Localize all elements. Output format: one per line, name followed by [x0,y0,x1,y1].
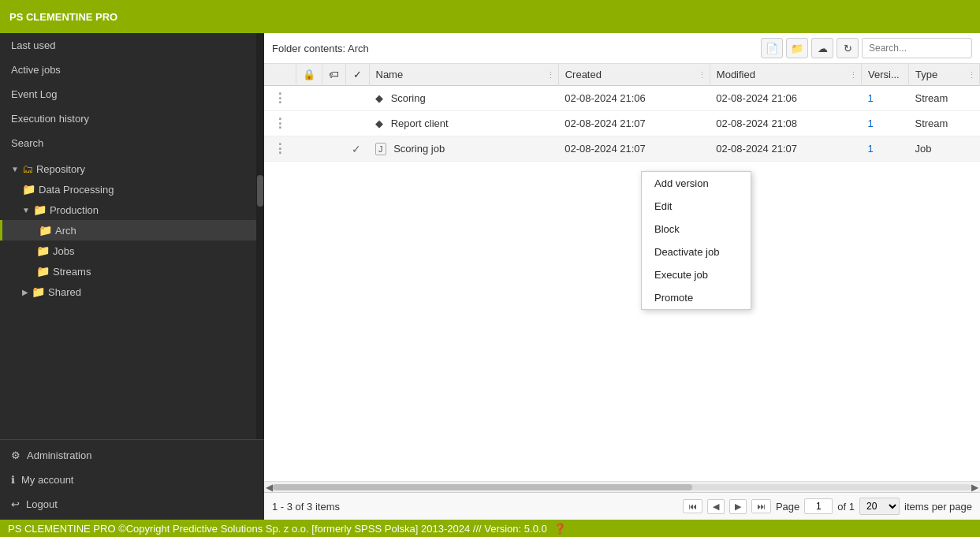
row-type-scoring: Stream [909,86,980,111]
table-area: 🔒 🏷 ✓ Name ⋮ Created [264,64,980,481]
event-log-label: Event Log [11,88,58,100]
refresh-button[interactable]: ↻ [837,38,859,58]
tree-item-arch[interactable]: 📁 Arch [0,220,256,241]
sidebar-scrollbar[interactable] [256,33,264,439]
data-processing-label: Data Processing [39,184,114,196]
row-menu-btn-scoring-job[interactable]: ⋮ [270,142,289,155]
row-menu-btn-scoring[interactable]: ⋮ [270,91,289,105]
page-input[interactable] [804,498,833,514]
tree-item-repository[interactable]: ▼ 🗂 Repository [0,158,256,179]
shared-folder-icon: 📁 [32,285,45,298]
row-menu-btn-report-client[interactable]: ⋮ [270,117,289,130]
production-label: Production [50,204,99,216]
prev-page-button[interactable]: ◀ [707,499,725,514]
repository-label: Repository [36,163,85,175]
row-name-scoring: ◆ Scoring [369,86,558,111]
upload-button[interactable]: ☁ [811,38,833,58]
scroll-left-btn[interactable]: ◀ [266,482,273,493]
content-toolbar: Folder contents: Arch 📄 📁 ☁ ↻ [264,33,980,64]
diamond-icon: ◆ [375,117,383,129]
search-input[interactable] [862,38,972,58]
check-icon: ✓ [353,69,362,80]
help-icon[interactable]: ❓ [553,523,566,535]
row-created-report-client: 02-08-2024 21:07 [558,111,710,136]
sidebar-item-search[interactable]: Search [0,131,256,155]
last-used-label: Last used [11,39,55,51]
tree-item-shared[interactable]: ▶ 📁 Shared [0,282,256,302]
tree-item-data-processing[interactable]: 📁 Data Processing [0,179,256,200]
col-type-menu-icon[interactable]: ⋮ [967,69,976,80]
new-folder-button[interactable]: 📁 [786,38,808,58]
row-created-scoring-job: 02-08-2024 21:07 [558,136,710,162]
data-processing-folder-icon: 📁 [22,183,35,196]
context-menu-deactivate-job[interactable]: Deactivate job [642,241,751,263]
page-label: Page [776,501,799,513]
row-modified-report-client: 02-08-2024 21:08 [710,111,861,136]
table-header-row: 🔒 🏷 ✓ Name ⋮ Created [264,64,980,86]
app-header: PS CLEMENTINE PRO [0,0,980,33]
sidebar-nav: Last used Active jobs Event Log Executio… [0,33,256,439]
scroll-right-btn[interactable]: ▶ [971,482,978,493]
context-menu-promote[interactable]: Promote [642,286,751,309]
col-modified: Modified ⋮ [710,64,861,86]
sidebar-item-administration[interactable]: ⚙ Administration [0,443,264,468]
app-title: PS CLEMENTINE PRO [9,11,117,23]
arch-label: Arch [55,225,76,237]
tree-item-production[interactable]: ▼ 📁 Production [0,200,256,220]
version-link-report-client[interactable]: 1 [868,117,874,129]
info-icon: ℹ [11,474,15,486]
last-page-button[interactable]: ⏭ [751,499,771,513]
new-file-button[interactable]: 📄 [761,38,783,58]
sidebar-item-last-used[interactable]: Last used [0,33,256,58]
col-check: ✓ [345,64,369,86]
col-modified-label: Modified [717,69,755,80]
col-type: Type ⋮ [909,64,980,86]
col-modified-menu-icon[interactable]: ⋮ [849,69,858,80]
arch-folder-icon: 📁 [39,224,52,237]
sidebar-item-my-account[interactable]: ℹ My account [0,468,264,492]
sidebar-item-active-jobs[interactable]: Active jobs [0,58,256,82]
sidebar-item-logout[interactable]: ↩ Logout [0,492,264,516]
upload-icon: ☁ [818,43,828,54]
new-folder-icon: 📁 [791,43,803,54]
tree-item-jobs[interactable]: 📁 Jobs [0,241,256,261]
sidebar-item-event-log[interactable]: Event Log [0,82,256,106]
context-menu: Add version Edit Block Deactivate job Ex… [641,171,751,310]
table-row: ⋮ ◆ Report client 02-08-2024 21:07 02-08… [264,111,980,136]
execution-history-label: Execution history [11,113,89,125]
context-menu-execute-job[interactable]: Execute job [642,263,751,286]
row-modified-scoring: 02-08-2024 21:06 [710,86,861,111]
col-name-menu-icon[interactable]: ⋮ [546,69,555,80]
administration-label: Administration [27,449,91,461]
repository-folder-icon: 🗂 [22,162,33,175]
pagination-summary: 1 - 3 of 3 items [272,501,340,513]
table-row: ⋮ ◆ Scoring 02-08-2024 21:06 02-08-2024 … [264,86,980,111]
repository-chevron-down: ▼ [11,165,19,173]
context-menu-block[interactable]: Block [642,218,751,241]
row-created-scoring: 02-08-2024 21:06 [558,86,710,111]
version-link-scoring-job[interactable]: 1 [868,143,874,155]
next-page-button[interactable]: ▶ [729,499,747,514]
col-name: Name ⋮ [369,64,558,86]
scroll-thumb [273,484,692,490]
col-name-label: Name [376,69,404,80]
first-page-button[interactable]: ⏮ [683,499,702,513]
jobs-folder-icon: 📁 [36,244,50,257]
context-menu-add-version[interactable]: Add version [642,172,751,195]
col-created-menu-icon[interactable]: ⋮ [698,69,706,80]
content-area: Folder contents: Arch 📄 📁 ☁ ↻ [264,33,980,520]
sidebar-scroll-thumb [257,175,263,207]
production-chevron-down: ▼ [22,206,30,214]
sidebar-item-execution-history[interactable]: Execution history [0,106,256,131]
sidebar-bottom: ⚙ Administration ℹ My account ↩ Logout [0,439,264,520]
scroll-track[interactable] [273,484,971,490]
footer-text: PS CLEMENTINE PRO ©Copyright Predictive … [8,523,547,535]
horizontal-scrollbar[interactable]: ◀ ▶ [264,481,980,492]
context-menu-edit[interactable]: Edit [642,195,751,218]
lock-icon: 🔒 [303,69,315,80]
row-version-report-client: 1 [862,111,909,136]
per-page-select[interactable]: 20 50 100 [859,498,900,515]
version-link-scoring[interactable]: 1 [868,92,874,104]
col-created-label: Created [565,69,602,80]
tree-item-streams[interactable]: 📁 Streams [0,261,256,282]
